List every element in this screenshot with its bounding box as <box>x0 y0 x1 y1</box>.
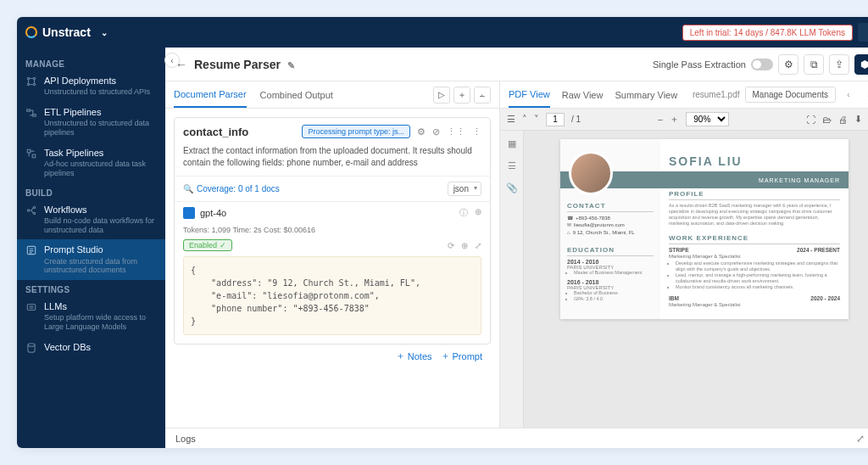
prompt-name: contact_info <box>183 126 295 138</box>
pdf-zoom-select[interactable]: 90% <box>686 112 729 126</box>
pdf-menu-icon[interactable]: ☰ <box>507 114 515 125</box>
prompt-more-icon[interactable]: ⋮ <box>472 126 481 137</box>
phone-icon: ☎ <box>567 215 573 221</box>
svg-point-9 <box>33 206 35 208</box>
settings-button[interactable]: ⚙ <box>778 54 798 75</box>
model-tune-icon[interactable]: ⊕ <box>475 207 481 219</box>
prompt-studio-icon <box>25 244 37 256</box>
next-doc-button[interactable]: › <box>861 87 868 103</box>
prompt-drag-icon[interactable]: ⋮⋮ <box>447 126 465 137</box>
tab-combined-output[interactable]: Combined Output <box>260 83 333 107</box>
processing-badge: Processing prompt type: js... <box>302 125 410 138</box>
single-pass-label: Single Pass Extraction <box>653 59 746 70</box>
left-tabs: Document Parser Combined Output ▷ ＋ ⫠ <box>165 81 499 109</box>
document-view-pane: PDF View Raw View Summary View resume1.p… <box>500 81 868 428</box>
resume-document: MARKETING MANAGER CONTACT ☎+893-456-7838… <box>560 139 849 319</box>
page-header: ← Resume Parser ✎ Single Pass Extraction… <box>165 48 868 81</box>
chart-button[interactable]: ⫠ <box>474 87 491 104</box>
model-name: gpt-4o <box>200 208 226 218</box>
result-refresh-icon[interactable]: ⟳ <box>448 241 454 250</box>
pdf-zoom-out-icon[interactable]: − <box>658 115 663 125</box>
pdf-outline-icon[interactable]: ☰ <box>504 158 520 173</box>
pdf-down-icon[interactable]: ˅ <box>534 114 539 125</box>
result-copy-icon[interactable]: ⊕ <box>461 241 468 250</box>
prompt-settings-icon[interactable]: ⚙ <box>417 126 426 137</box>
play-icon: ▷ <box>438 90 445 99</box>
package-button[interactable]: ⬢ <box>854 54 868 75</box>
svg-rect-6 <box>27 149 31 153</box>
sidebar-collapse-button[interactable]: ‹ <box>164 53 180 68</box>
tab-summary-view[interactable]: Summary View <box>615 83 677 107</box>
svg-point-2 <box>27 83 29 85</box>
pdf-toolbar: ☰ ˄ ˅ / 1 − ＋ 90% ⛶ 🗁 🖨 ⬇ ⋮ <box>500 109 868 131</box>
chart-icon: ⫠ <box>478 90 487 99</box>
trial-badge: Left in trial: 14 days / 847.8K LLM Toke… <box>682 25 853 41</box>
logs-label: Logs <box>175 434 196 444</box>
enabled-badge: Enabled ✓ <box>183 239 232 251</box>
sidebar-item-llms[interactable]: LLMsSetup platform wide access to Large … <box>17 296 165 337</box>
copy-button[interactable]: ⧉ <box>804 54 824 75</box>
sidebar-item-vector-dbs[interactable]: Vector DBs <box>17 337 165 359</box>
add-button[interactable]: ＋ <box>453 87 470 104</box>
logs-expand-icon[interactable]: ⤢ <box>856 433 865 445</box>
sidebar-section-settings: SETTINGS <box>17 280 165 296</box>
result-expand-icon[interactable]: ⤢ <box>475 241 481 250</box>
svg-point-8 <box>27 209 29 210</box>
single-pass-toggle[interactable] <box>751 59 773 70</box>
coverage-indicator[interactable]: 🔍 Coverage: 0 of 1 docs <box>183 184 280 193</box>
plus-icon: ＋ <box>396 350 405 362</box>
task-icon <box>25 148 37 160</box>
svg-point-10 <box>33 212 35 214</box>
prompt-result: { "address": "9 12, Church St., Miami, F… <box>183 256 481 335</box>
document-parser-pane: Document Parser Combined Output ▷ ＋ ⫠ co… <box>165 81 500 428</box>
svg-point-0 <box>27 77 29 79</box>
format-select[interactable]: json <box>448 182 481 196</box>
brand: Unstract ⌄ <box>25 25 108 39</box>
prev-doc-button[interactable]: ‹ <box>841 87 856 103</box>
prompt-description: Extract the contact information from the… <box>175 145 490 176</box>
edit-title-icon[interactable]: ✎ <box>287 60 295 70</box>
pdf-print-icon[interactable]: 🖨 <box>838 115 848 125</box>
prompt-delete-icon[interactable]: ⊘ <box>432 126 440 137</box>
share-icon: ⇪ <box>835 59 843 70</box>
filename-label: resume1.pdf <box>693 90 740 99</box>
sidebar-item-prompt-studio[interactable]: Prompt StudioCreate structured data from… <box>17 239 165 280</box>
tab-pdf-view[interactable]: PDF View <box>509 82 550 108</box>
workflow-icon <box>25 204 37 216</box>
pdf-up-icon[interactable]: ˄ <box>522 114 527 125</box>
brand-dropdown-icon[interactable]: ⌄ <box>101 28 108 37</box>
sidebar-item-etl-pipelines[interactable]: ETL PipelinesUnstructured to structured … <box>17 102 165 143</box>
share-button[interactable]: ⇪ <box>829 54 849 75</box>
sidebar-item-api-deployments[interactable]: API DeploymentsUnstructured to structure… <box>17 70 165 102</box>
manage-documents-button[interactable]: Manage Documents <box>745 87 837 103</box>
add-notes-button[interactable]: ＋Notes <box>396 350 432 362</box>
pdf-open-icon[interactable]: 🗁 <box>822 115 832 125</box>
resume-profile-title: PROFILE <box>669 190 840 200</box>
tab-document-parser[interactable]: Document Parser <box>174 82 247 108</box>
tab-raw-view[interactable]: Raw View <box>562 83 604 107</box>
user-avatar[interactable] <box>858 23 868 42</box>
copy-icon: ⧉ <box>810 59 818 70</box>
search-icon: 🔍 <box>183 184 193 193</box>
api-icon <box>25 76 37 87</box>
pdf-fullscreen-icon[interactable]: ⛶ <box>806 115 815 125</box>
pdf-page-input[interactable] <box>546 113 565 126</box>
pdf-download-icon[interactable]: ⬇ <box>854 114 862 125</box>
pdf-zoom-in-icon[interactable]: ＋ <box>670 113 679 126</box>
prompt-stats: Tokens: 1,099 Time: 2s Cost: $0.00616 <box>175 224 490 239</box>
sidebar: MANAGE API DeploymentsUnstructured to st… <box>17 48 165 448</box>
add-prompt-button[interactable]: ＋Prompt <box>441 350 482 362</box>
model-info-icon[interactable]: ⓘ <box>459 207 468 219</box>
pdf-page-total: / 1 <box>571 115 581 124</box>
vector-db-icon <box>25 342 37 354</box>
right-tabs: PDF View Raw View Summary View resume1.p… <box>500 81 868 109</box>
sidebar-item-workflows[interactable]: WorkflowsBuild no-code data workflows fo… <box>17 199 165 240</box>
pdf-page-view[interactable]: MARKETING MANAGER CONTACT ☎+893-456-7838… <box>524 131 868 428</box>
run-button[interactable]: ▷ <box>433 87 450 104</box>
pdf-side-toolbar: ▦ ☰ 📎 <box>500 131 524 428</box>
resume-name: SOFIA LIU <box>669 146 840 170</box>
pdf-thumbnails-icon[interactable]: ▦ <box>504 136 520 151</box>
sidebar-item-task-pipelines[interactable]: Task PipelinesAd-hoc unstructured data t… <box>17 143 165 183</box>
pdf-attachments-icon[interactable]: 📎 <box>504 180 520 195</box>
pipeline-icon <box>25 107 37 119</box>
